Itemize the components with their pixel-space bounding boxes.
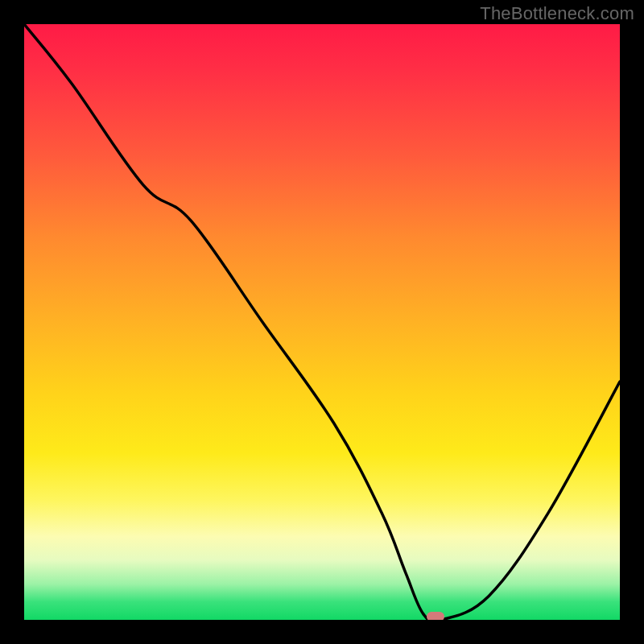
watermark-text: TheBottleneck.com (480, 3, 634, 24)
curve-path (24, 24, 620, 620)
optimal-point-marker (427, 612, 444, 620)
chart-frame: TheBottleneck.com (0, 0, 644, 644)
bottleneck-curve (24, 24, 620, 620)
plot-area (24, 24, 620, 620)
